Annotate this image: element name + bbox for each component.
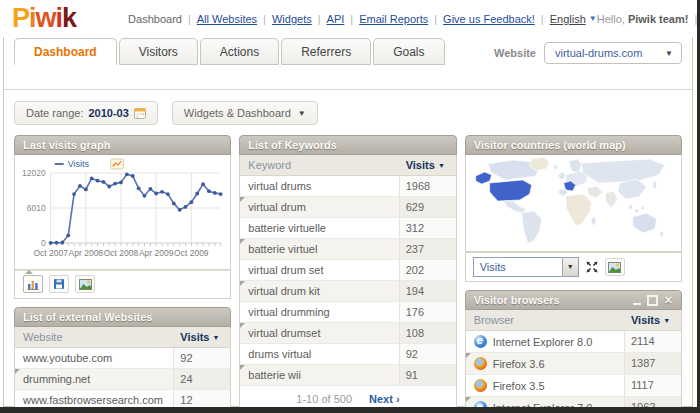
table-row[interactable]: batterie wii91	[240, 365, 455, 386]
column-header-keyword: Keyword	[240, 155, 399, 175]
nav-item-email-reports[interactable]: Email Reports	[359, 13, 428, 25]
row-label: www.fastbrowsersearch.com	[15, 390, 173, 407]
column-header-visits-sort[interactable]: Visits ▼	[625, 310, 681, 330]
world-map[interactable]	[466, 155, 681, 251]
row-visits-value: 237	[399, 239, 456, 259]
row-visits-value: 1387	[624, 353, 681, 374]
dashboard-area: Date range: 2010-03 Widgets & Dashboard …	[4, 89, 692, 406]
row-label: Firefox 3.5	[466, 375, 624, 396]
widget-visitor-countries: Visitor countries (world map)	[465, 135, 682, 282]
widget-title-bar[interactable]: Visitor countries (world map)	[465, 135, 682, 155]
row-visits-value: 92	[173, 348, 230, 368]
svg-text:Visits: Visits	[68, 159, 90, 169]
widget-title-bar[interactable]: List of external Websites	[14, 307, 231, 327]
tab-referrers[interactable]: Referrers	[281, 38, 371, 65]
chevron-down-icon: ▼	[589, 14, 597, 23]
export-image-icon[interactable]	[605, 258, 625, 276]
table-row[interactable]: Firefox 3.61387	[466, 353, 681, 375]
column-header-visits-sort[interactable]: Visits ▼	[174, 327, 230, 347]
window-controls: ✕	[633, 295, 673, 306]
column-2: List of Keywords Keyword Visits ▼ virtua…	[239, 135, 456, 407]
table-row[interactable]: virtual drumming176	[240, 302, 455, 323]
row-label: Internet Explorer 8.0	[466, 331, 624, 352]
external-websites-table: Website Visits ▼ www.youtube.com92drummi…	[14, 327, 231, 407]
row-visits-value: 108	[399, 323, 456, 343]
widget-title-bar[interactable]: Visitor browsers ✕	[465, 290, 682, 310]
visits-graph-body: 1202060100Oct 2007Apr 2008Oct 2008Apr 20…	[14, 155, 231, 270]
widget-title-bar[interactable]: Last visits graph	[14, 135, 231, 155]
chevron-down-icon: ▼	[298, 109, 306, 118]
chevron-down-icon: ▼	[665, 49, 673, 58]
maximize-icon[interactable]	[647, 295, 658, 306]
next-page-link[interactable]: Next ›	[369, 393, 400, 405]
table-row[interactable]: batterie virtuel237	[240, 239, 455, 260]
visits-line-chart: 1202060100Oct 2007Apr 2008Oct 2008Apr 20…	[16, 157, 229, 269]
widget-title-bar[interactable]: List of Keywords	[239, 135, 456, 155]
export-data-icon[interactable]	[49, 275, 69, 293]
table-row[interactable]: virtual drumset108	[240, 323, 455, 344]
table-body: Internet Explorer 8.02114Firefox 3.61387…	[466, 331, 681, 407]
row-visits-value: 2114	[624, 331, 681, 352]
logo-letter: P	[12, 3, 29, 33]
top-nav: Dashboard|All Websites|Widgets|API|Email…	[128, 13, 597, 25]
tab-dashboard[interactable]: Dashboard	[14, 38, 117, 65]
column-header-visits-sort[interactable]: Visits ▼	[400, 155, 456, 175]
table-row[interactable]: drumming.net24	[15, 369, 230, 390]
website-select[interactable]: virtual-drums.com ▼	[544, 42, 682, 64]
svg-text:Oct 2007: Oct 2007	[33, 248, 68, 258]
logo-letter: w	[36, 3, 56, 33]
table-row[interactable]: virtual drum629	[240, 197, 455, 218]
internet-explorer-icon	[474, 335, 487, 348]
table-row[interactable]: Internet Explorer 8.02114	[466, 331, 681, 353]
column-header-browser: Browser	[466, 310, 625, 330]
export-image-icon[interactable]	[75, 275, 95, 293]
sort-desc-icon: ▼	[438, 162, 445, 169]
bar-chart-icon[interactable]	[23, 275, 43, 293]
widget-keywords: List of Keywords Keyword Visits ▼ virtua…	[239, 135, 456, 407]
minimize-icon[interactable]	[633, 296, 641, 305]
widget-last-visits-graph: Last visits graph 1202060100Oct 2007Apr …	[14, 135, 231, 299]
internet-explorer-icon	[474, 401, 487, 407]
row-label: virtual drum	[240, 197, 398, 217]
widget-external-websites: List of external Websites Website Visits…	[14, 307, 231, 407]
user-area: Hello, Piwik team! | Settings | Sign out	[597, 13, 697, 25]
nav-item-english[interactable]: English	[550, 13, 586, 25]
nav-item-all-websites[interactable]: All Websites	[197, 13, 257, 25]
row-label: Firefox 3.6	[466, 353, 624, 374]
firefox-icon	[474, 379, 487, 392]
table-row[interactable]: www.fastbrowsersearch.com12	[15, 390, 230, 407]
browsers-table: Browser Visits ▼ Internet Explorer 8.021…	[465, 310, 682, 407]
nav-item-give-us-feedback[interactable]: Give us Feedback!	[443, 13, 535, 25]
piwik-logo[interactable]: Piwik	[12, 3, 76, 34]
table-row[interactable]: virtual drum set202	[240, 260, 455, 281]
row-visits-value: 1968	[399, 176, 456, 196]
table-row[interactable]: Firefox 3.51117	[466, 375, 681, 397]
nav-item-api[interactable]: API	[327, 13, 345, 25]
fullscreen-icon[interactable]	[586, 261, 598, 273]
graph-footer	[14, 270, 231, 299]
table-row[interactable]: drums virtual92	[240, 344, 455, 365]
top-header: Piwik Dashboard|All Websites|Widgets|API…	[0, 0, 697, 37]
tab-visitors[interactable]: Visitors	[119, 38, 198, 65]
row-visits-value: 202	[399, 260, 456, 280]
collapse-caret-icon[interactable]	[25, 270, 33, 274]
table-row[interactable]: www.youtube.com92	[15, 348, 230, 369]
tab-actions[interactable]: Actions	[200, 38, 279, 65]
table-row[interactable]: virtual drums1968	[240, 176, 455, 197]
dashboard-toolbar: Date range: 2010-03 Widgets & Dashboard …	[14, 101, 682, 125]
table-row[interactable]: virtual drum kit194	[240, 281, 455, 302]
date-range-button[interactable]: Date range: 2010-03	[14, 101, 158, 125]
keywords-table: Keyword Visits ▼ virtual drums1968virtua…	[239, 155, 456, 407]
row-visits-value: 1117	[624, 375, 681, 396]
table-row[interactable]: Internet Explorer 7.01062	[466, 397, 681, 407]
user-name: Piwik team!	[628, 13, 689, 25]
widgets-menu-button[interactable]: Widgets & Dashboard ▼	[172, 101, 318, 125]
table-row[interactable]: batterie virtuelle312	[240, 218, 455, 239]
nav-item-dashboard: Dashboard	[128, 13, 182, 25]
column-header-website: Website	[15, 327, 174, 347]
nav-item-widgets[interactable]: Widgets	[272, 13, 312, 25]
close-icon[interactable]: ✕	[664, 296, 673, 305]
map-metric-select[interactable]: Visits ▼	[473, 257, 579, 277]
row-label: virtual drum kit	[240, 281, 398, 301]
tab-goals[interactable]: Goals	[373, 38, 444, 65]
